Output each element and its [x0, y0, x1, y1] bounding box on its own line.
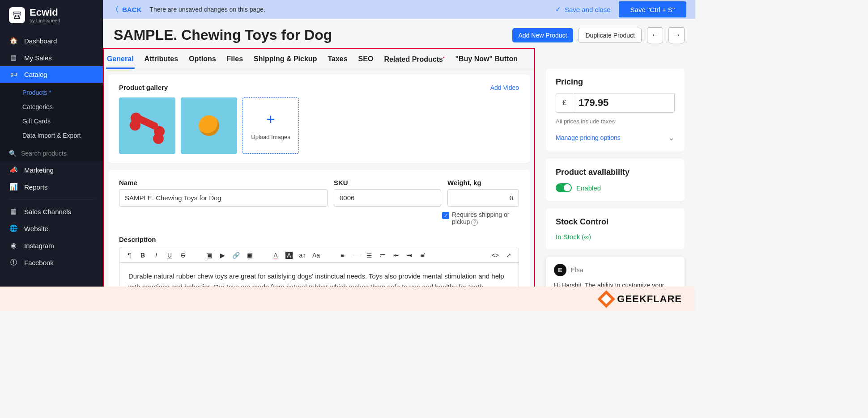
brand-logo-icon: [9, 7, 25, 23]
save-and-close[interactable]: ✓ Save and close: [555, 5, 611, 13]
arrow-left-icon: ←: [651, 30, 659, 40]
table-icon[interactable]: ▦: [246, 252, 253, 259]
topbar: 〈 BACK There are unsaved changes on this…: [103, 0, 695, 19]
bgcolor-icon[interactable]: A: [285, 252, 293, 259]
nav-channels[interactable]: ▦Sales Channels: [0, 203, 103, 220]
tab-general[interactable]: General: [106, 52, 135, 69]
pricing-card: Pricing £ All prices include taxes Manag…: [546, 68, 685, 152]
header-row: SAMPLE. Chewing Toys for Dog Add New Pro…: [103, 19, 695, 48]
image-icon[interactable]: ▣: [205, 252, 213, 259]
name-input[interactable]: [119, 189, 328, 207]
textcolor-icon[interactable]: A: [272, 252, 279, 259]
video-icon[interactable]: ▶: [219, 252, 226, 259]
paragraph-icon[interactable]: ¶: [126, 252, 133, 259]
nav-catalog-sub: Products * Categories Gift Cards Data Im…: [0, 83, 103, 145]
instagram-icon: ◉: [9, 241, 18, 249]
sku-label: SKU: [334, 179, 441, 186]
sidebar-search[interactable]: 🔍Search products: [0, 145, 103, 161]
weight-input[interactable]: [447, 189, 519, 207]
case-icon[interactable]: Aa: [312, 252, 320, 259]
nav-instagram[interactable]: ◉Instagram: [0, 237, 103, 254]
bullets-icon[interactable]: ☰: [366, 252, 373, 259]
strike-icon[interactable]: S: [179, 252, 187, 259]
enabled-label: Enabled: [576, 184, 601, 192]
product-tabs: General Attributes Options Files Shippin…: [106, 49, 534, 69]
nav-catalog[interactable]: 🏷Catalog: [0, 66, 103, 83]
nav-marketing[interactable]: 📣Marketing: [0, 161, 103, 178]
tab-related[interactable]: Related Products•: [383, 52, 445, 69]
watermark-text: GEEKFLARE: [617, 293, 682, 305]
upload-images-button[interactable]: + Upload Images: [243, 97, 299, 154]
lineheight-icon[interactable]: ≡': [419, 252, 426, 259]
price-note: All prices include taxes: [556, 118, 675, 125]
save-button[interactable]: Save "Ctrl + S": [619, 1, 686, 17]
pricing-title: Pricing: [556, 77, 675, 87]
prev-product-button[interactable]: ←: [647, 27, 663, 43]
tab-files[interactable]: Files: [226, 52, 244, 69]
tab-taxes[interactable]: Taxes: [327, 52, 348, 69]
chevron-left-icon: 〈: [112, 5, 119, 14]
nav-sub-giftcards[interactable]: Gift Cards: [0, 114, 103, 128]
main: 〈 BACK There are unsaved changes on this…: [103, 0, 695, 312]
nav-mysales[interactable]: ▤My Sales: [0, 49, 103, 66]
tab-shipping[interactable]: Shipping & Pickup: [253, 52, 318, 69]
nav-sub-dataio[interactable]: Data Import & Export: [0, 128, 103, 143]
add-new-product-button[interactable]: Add New Product: [512, 28, 574, 42]
home-icon: 🏠: [9, 37, 18, 45]
brand-sub: by Lightspeed: [30, 18, 60, 23]
nav-facebook[interactable]: ⓕFacebook: [0, 254, 103, 271]
link-icon[interactable]: 🔗: [232, 252, 240, 259]
requires-shipping-label: Requires shipping or pickup?: [452, 211, 519, 226]
hr-icon[interactable]: —: [352, 252, 359, 259]
product-image-1[interactable]: [119, 97, 175, 154]
availability-card: Product availability Enabled: [546, 159, 685, 201]
add-video-link[interactable]: Add Video: [490, 84, 519, 91]
list-icon: ▤: [9, 54, 18, 62]
tab-buynow[interactable]: "Buy Now" Button: [455, 52, 519, 69]
help-icon[interactable]: ?: [471, 219, 478, 226]
expand-icon[interactable]: ⤢: [505, 252, 512, 259]
nav-sub-categories[interactable]: Categories: [0, 100, 103, 114]
enabled-toggle[interactable]: [556, 183, 572, 192]
indent-icon[interactable]: ⇥: [406, 252, 413, 259]
chevron-down-icon: ⌄: [668, 133, 675, 143]
nav-reports[interactable]: 📊Reports: [0, 178, 103, 195]
product-image-2[interactable]: [181, 97, 237, 154]
price-input[interactable]: [573, 93, 675, 112]
nav-divider: [9, 199, 94, 199]
tag-icon: 🏷: [9, 71, 18, 78]
avatar: E: [554, 264, 566, 276]
code-icon[interactable]: <>: [492, 252, 499, 259]
outdent-icon[interactable]: ⇤: [392, 252, 400, 259]
fontsize-icon[interactable]: a↕: [299, 252, 306, 259]
stock-title: Stock Control: [556, 217, 675, 227]
italic-icon[interactable]: I: [153, 252, 160, 259]
manage-pricing-link[interactable]: Manage pricing options ⌄: [556, 133, 675, 143]
description-label: Description: [119, 236, 519, 243]
gallery-title: Product gallery: [119, 84, 168, 91]
next-product-button[interactable]: →: [668, 27, 685, 43]
tab-seo[interactable]: SEO: [357, 52, 374, 69]
grid-icon: ▦: [9, 207, 18, 215]
brand-name: Ecwid: [30, 7, 60, 18]
tab-attributes[interactable]: Attributes: [144, 52, 179, 69]
stock-card: Stock Control In Stock (∞): [546, 208, 685, 249]
check-icon: ✓: [555, 5, 561, 13]
tab-options[interactable]: Options: [188, 52, 217, 69]
facebook-icon: ⓕ: [9, 258, 18, 267]
numbers-icon[interactable]: ≔: [379, 252, 386, 259]
currency-label: £: [556, 93, 573, 112]
underline-icon[interactable]: U: [166, 252, 173, 259]
rte-toolbar: ¶ B I U S ▣ ▶ 🔗 ▦ A A: [119, 248, 519, 262]
duplicate-product-button[interactable]: Duplicate Product: [579, 28, 642, 43]
sku-input[interactable]: [334, 189, 441, 207]
requires-shipping-checkbox[interactable]: ✓: [442, 212, 449, 219]
megaphone-icon: 📣: [9, 166, 18, 174]
back-button[interactable]: 〈 BACK: [112, 5, 141, 14]
nav-sub-products[interactable]: Products *: [0, 85, 103, 100]
geekflare-icon: [598, 290, 616, 308]
bold-icon[interactable]: B: [139, 252, 146, 259]
nav-dashboard[interactable]: 🏠Dashboard: [0, 32, 103, 49]
align-icon[interactable]: ≡: [339, 252, 346, 259]
nav-website[interactable]: 🌐Website: [0, 220, 103, 237]
